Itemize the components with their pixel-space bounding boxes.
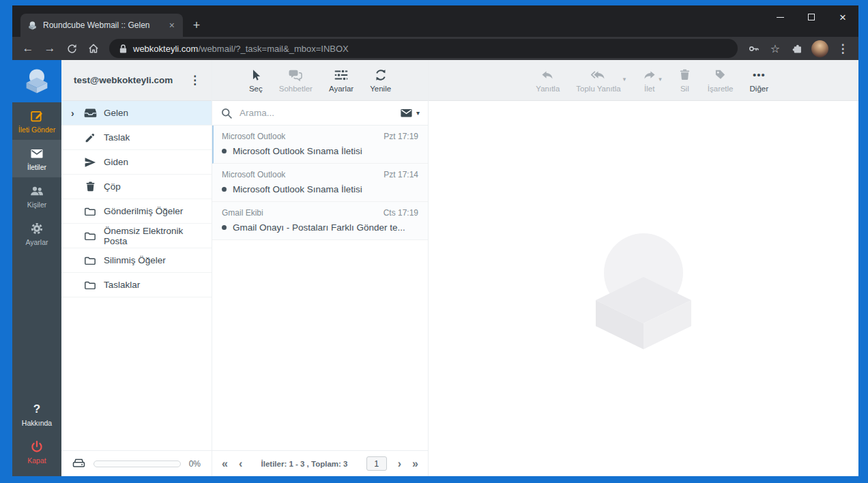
key-icon xyxy=(748,43,760,55)
tab-favicon-icon xyxy=(27,20,38,31)
new-tab-button[interactable]: + xyxy=(187,16,206,35)
message-date: Pzt 17:14 xyxy=(384,170,418,179)
tab-strip: Roundcube Webmail :: Gelen × + × xyxy=(12,5,858,37)
forward-icon xyxy=(642,68,656,82)
tab-close-icon[interactable]: × xyxy=(168,20,176,31)
search-bar: ▾ xyxy=(212,101,428,126)
current-page-input[interactable]: 1 xyxy=(366,456,387,471)
message-toolbar: Yanıtla Toplu Yanıtla ▾ xyxy=(429,60,858,101)
forward-button[interactable]: İlet xyxy=(642,68,656,93)
folder-label: Silinmiş Öğeler xyxy=(104,255,166,265)
folder-item[interactable]: Giden xyxy=(61,150,212,175)
folder-item[interactable]: Silinmiş Öğeler xyxy=(61,248,212,273)
maximize-icon xyxy=(808,14,815,20)
message-row[interactable]: Gmail Ekibi Cts 17:19 Gmail Onayı - Post… xyxy=(212,202,428,240)
last-page-button[interactable]: » xyxy=(412,458,418,470)
roundcube-watermark-logo xyxy=(575,224,712,353)
folder-options-button[interactable]: ⋮ xyxy=(185,73,205,87)
folder-label: Taslak xyxy=(104,132,130,143)
envelope-icon xyxy=(400,106,413,119)
message-date: Pzt 17:19 xyxy=(384,132,418,141)
refresh-list-label: Yenile xyxy=(370,85,391,93)
forward-label: İlet xyxy=(644,85,654,93)
forward-button[interactable]: → xyxy=(40,39,60,58)
prev-page-button[interactable]: ‹ xyxy=(239,458,242,470)
next-page-button[interactable]: › xyxy=(398,458,401,470)
close-window-button[interactable]: × xyxy=(827,5,858,29)
folders-panel: test@webkokteyli.com ⋮ › Gelen xyxy=(61,60,212,476)
expand-chevron-icon[interactable]: › xyxy=(71,108,76,119)
folder-item[interactable]: Çöp xyxy=(61,175,212,199)
refresh-icon xyxy=(374,68,388,82)
refresh-button[interactable] xyxy=(61,39,82,58)
home-button[interactable] xyxy=(83,39,104,58)
list-options-button[interactable]: Ayarlar xyxy=(329,68,353,93)
profile-avatar[interactable] xyxy=(811,40,828,57)
pencil-icon xyxy=(83,132,97,144)
about-button[interactable]: ? Hakkında xyxy=(12,396,61,433)
quota-percent: 0% xyxy=(189,459,201,469)
refresh-list-button[interactable]: Yenile xyxy=(370,68,391,93)
bookmark-button[interactable]: ☆ xyxy=(765,39,785,58)
folder-item[interactable]: Taslak xyxy=(61,126,212,150)
forward-dropdown-icon[interactable]: ▾ xyxy=(659,76,662,83)
logout-label: Kapat xyxy=(27,456,46,465)
folder-icon xyxy=(83,205,97,218)
message-subject: Gmail Onayı - Postaları Farklı Gönder te… xyxy=(233,222,405,233)
search-input[interactable] xyxy=(238,107,394,119)
mark-button[interactable]: İşaretle xyxy=(708,68,734,93)
reply-all-dropdown-icon[interactable]: ▾ xyxy=(623,76,626,83)
mail-label: İletiler xyxy=(27,163,46,171)
chats-button[interactable]: Sohbetler xyxy=(279,68,313,93)
address-bar[interactable]: webkokteyli.com/webmail/?_task=mail&_mbo… xyxy=(109,39,738,58)
folder-label: Gönderilmiş Öğeler xyxy=(104,206,183,216)
unread-indicator xyxy=(222,225,227,230)
reply-button[interactable]: Yanıtla xyxy=(536,68,560,93)
quota-progress-bar xyxy=(93,460,181,467)
first-page-button[interactable]: « xyxy=(222,458,228,470)
browser-menu-button[interactable]: ⋮ xyxy=(833,39,853,58)
empty-message-view xyxy=(429,101,858,476)
account-email: test@webkokteyli.com xyxy=(74,75,173,85)
folder-item[interactable]: Taslaklar xyxy=(61,273,212,297)
settings-label: Ayarlar xyxy=(25,238,48,246)
reply-all-button[interactable]: Toplu Yanıtla xyxy=(576,68,620,93)
folder-list: › Gelen Taslak xyxy=(61,101,212,450)
more-button[interactable]: ••• Diğer xyxy=(750,68,768,93)
mark-label: İşaretle xyxy=(708,85,734,93)
logout-button[interactable]: Kapat xyxy=(12,433,61,471)
folder-item[interactable]: › Gelen xyxy=(61,101,212,126)
message-row[interactable]: Microsoft Outlook Pzt 17:14 Microsoft Ou… xyxy=(212,164,428,202)
gear-icon xyxy=(30,222,44,235)
pagination-status: İletiler: 1 - 3 , Toplam: 3 xyxy=(253,460,356,468)
search-icon xyxy=(220,107,233,119)
more-dots-icon: ••• xyxy=(753,68,766,82)
browser-tab[interactable]: Roundcube Webmail :: Gelen × xyxy=(20,14,183,37)
compose-icon xyxy=(30,109,44,123)
maximize-button[interactable] xyxy=(796,5,827,29)
search-scope-button[interactable]: ▾ xyxy=(400,106,420,119)
delete-button[interactable]: Sil xyxy=(678,68,691,93)
message-row[interactable]: Microsoft Outlook Pzt 17:19 Microsoft Ou… xyxy=(212,126,428,164)
folder-item[interactable]: Önemsiz Elektronik Posta xyxy=(61,224,212,248)
mail-icon xyxy=(30,147,44,160)
message-rows: Microsoft Outlook Pzt 17:19 Microsoft Ou… xyxy=(212,126,428,450)
url-text: webkokteyli.com/webmail/?_task=mail&_mbo… xyxy=(133,44,349,54)
folder-label: Çöp xyxy=(104,181,121,192)
folder-icon xyxy=(83,230,97,242)
back-button[interactable]: ← xyxy=(18,39,38,58)
taskbar-item-mail[interactable]: İletiler xyxy=(12,140,61,177)
roundcube-logo xyxy=(12,60,61,102)
window-controls: × xyxy=(764,5,858,29)
inbox-icon xyxy=(83,106,97,119)
select-label: Seç xyxy=(249,85,263,93)
taskbar-item-contacts[interactable]: Kişiler xyxy=(12,177,61,215)
compose-button[interactable]: İleti Gönder xyxy=(12,102,61,140)
minimize-button[interactable] xyxy=(764,5,796,29)
extensions-button[interactable] xyxy=(787,39,807,58)
send-icon xyxy=(83,156,97,169)
taskbar-item-settings[interactable]: Ayarlar xyxy=(12,215,61,252)
folder-item[interactable]: Gönderilmiş Öğeler xyxy=(61,199,212,224)
select-button[interactable]: Seç xyxy=(249,68,263,93)
password-manager-button[interactable] xyxy=(743,39,764,58)
